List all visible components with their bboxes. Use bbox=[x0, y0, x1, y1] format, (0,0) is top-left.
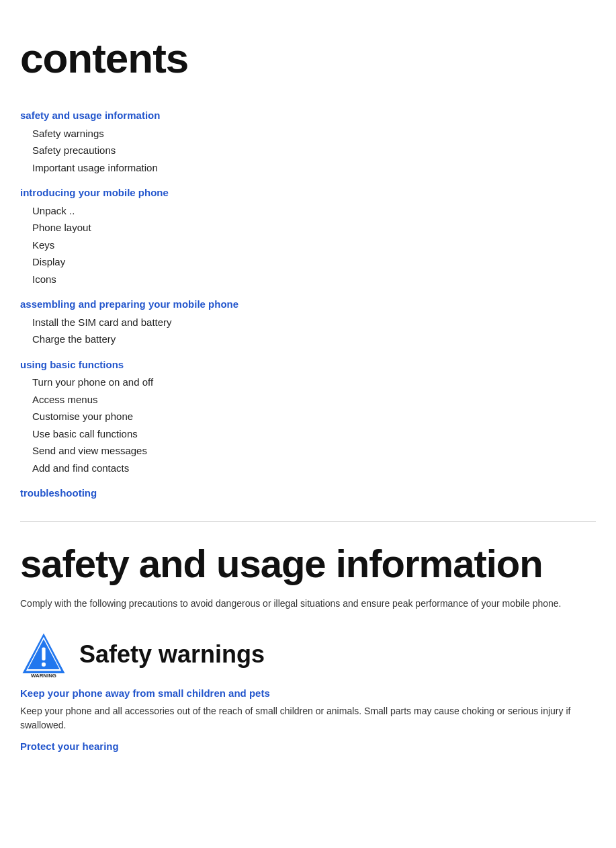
toc-heading-basic[interactable]: using basic functions bbox=[20, 357, 596, 373]
list-item[interactable]: Turn your phone on and off bbox=[20, 374, 596, 391]
toc-heading-troubleshooting[interactable]: troubleshooting bbox=[20, 486, 596, 501]
toc-section-safety: safety and usage information Safety warn… bbox=[20, 108, 596, 176]
warning-title-text: Safety warnings bbox=[79, 636, 265, 673]
warning-icon: WARNING bbox=[20, 631, 67, 678]
list-item[interactable]: Customise your phone bbox=[20, 408, 596, 425]
svg-point-4 bbox=[42, 663, 46, 667]
page-title: contents bbox=[20, 27, 596, 89]
list-item[interactable]: Icons bbox=[20, 271, 596, 288]
warning-subtitle: Keep your phone away from small children… bbox=[20, 686, 596, 702]
toc-heading-intro[interactable]: introducing your mobile phone bbox=[20, 185, 596, 201]
list-item[interactable]: Add and find contacts bbox=[20, 460, 596, 477]
list-item[interactable]: Install the SIM card and battery bbox=[20, 314, 596, 331]
warning-block: WARNING Safety warnings bbox=[20, 631, 596, 678]
warning-body-text: Keep your phone and all accessories out … bbox=[20, 704, 596, 732]
toc-section-basic: using basic functions Turn your phone on… bbox=[20, 357, 596, 477]
safety-section: safety and usage information Comply with… bbox=[20, 542, 596, 755]
list-item[interactable]: Phone layout bbox=[20, 219, 596, 237]
list-item[interactable]: Charge the battery bbox=[20, 331, 596, 348]
list-item[interactable]: Use basic call functions bbox=[20, 425, 596, 443]
section-divider bbox=[20, 521, 596, 522]
safety-intro-text: Comply with the following precautions to… bbox=[20, 597, 596, 611]
toc-section-intro: introducing your mobile phone Unpack .. … bbox=[20, 185, 596, 288]
table-of-contents: safety and usage information Safety warn… bbox=[20, 108, 596, 501]
protect-hearing-heading[interactable]: Protect your hearing bbox=[20, 739, 596, 755]
list-item[interactable]: Important usage information bbox=[20, 159, 596, 177]
svg-text:WARNING: WARNING bbox=[31, 673, 56, 678]
toc-section-assembling: assembling and preparing your mobile pho… bbox=[20, 297, 596, 348]
list-item[interactable]: Safety warnings bbox=[20, 125, 596, 142]
svg-rect-3 bbox=[42, 648, 45, 661]
toc-section-troubleshooting: troubleshooting bbox=[20, 486, 596, 501]
list-item[interactable]: Unpack .. bbox=[20, 202, 596, 220]
list-item[interactable]: Send and view messages bbox=[20, 442, 596, 460]
list-item[interactable]: Safety precautions bbox=[20, 142, 596, 159]
toc-heading-safety[interactable]: safety and usage information bbox=[20, 108, 596, 124]
list-item[interactable]: Access menus bbox=[20, 391, 596, 409]
toc-heading-assembling[interactable]: assembling and preparing your mobile pho… bbox=[20, 297, 596, 312]
list-item[interactable]: Keys bbox=[20, 237, 596, 254]
safety-big-title: safety and usage information bbox=[20, 542, 596, 585]
list-item[interactable]: Display bbox=[20, 253, 596, 271]
